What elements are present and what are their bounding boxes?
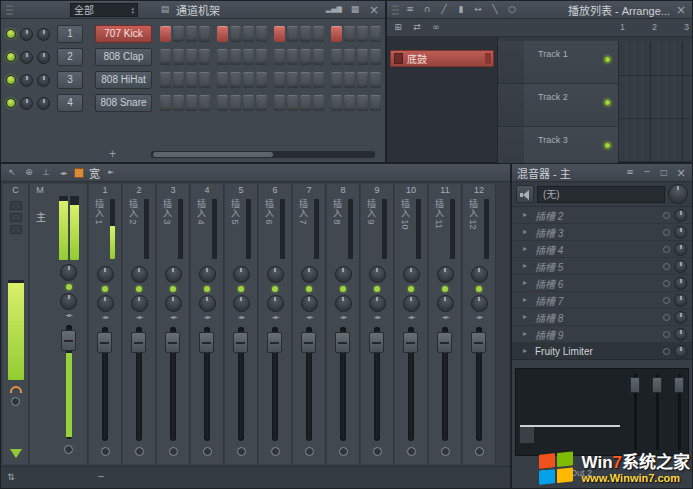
mixer-insert-strip[interactable]: 12插入 12 (463, 184, 496, 464)
step-button[interactable] (287, 26, 298, 42)
slot-mix-knob[interactable] (674, 277, 687, 290)
master-fader[interactable] (50, 323, 87, 441)
strip-pan-knob[interactable] (165, 266, 182, 283)
fx-slot-row[interactable]: 插槽 4 (512, 241, 692, 258)
step-button[interactable] (256, 72, 267, 88)
speaker-icon-button[interactable] (516, 185, 534, 203)
step-button[interactable] (313, 72, 324, 88)
fader-handle[interactable] (199, 332, 214, 353)
step-button[interactable] (344, 95, 355, 111)
slot-enable-dot[interactable] (663, 348, 670, 355)
channel-filter-select[interactable]: 全部 ▴▾ (70, 3, 138, 17)
slot-enable-dot[interactable] (663, 314, 670, 321)
strip-pan-knob[interactable] (403, 266, 420, 283)
add-channel-button[interactable]: + (109, 149, 116, 159)
slot-mix-knob[interactable] (674, 260, 687, 273)
fader-handle[interactable] (335, 332, 350, 353)
channel-name-button[interactable]: 808 HiHat (95, 71, 152, 89)
fader-handle[interactable] (674, 377, 684, 393)
fader-handle[interactable] (471, 332, 486, 353)
mixer-current-strip[interactable]: C (3, 184, 29, 464)
color-swatch[interactable] (74, 168, 84, 178)
channel-volume-knob[interactable] (37, 74, 50, 87)
step-button[interactable] (160, 49, 171, 65)
fx-slot-row[interactable]: 插槽 9 (512, 326, 692, 343)
fader-handle[interactable] (233, 332, 248, 353)
track-led[interactable] (604, 56, 611, 63)
fx-slot-row[interactable]: 插槽 2 (512, 207, 692, 224)
fader-handle[interactable] (437, 332, 452, 353)
slot-mix-knob[interactable] (674, 294, 687, 307)
step-button[interactable] (331, 95, 342, 111)
fader-handle[interactable] (267, 332, 282, 353)
swap-tool-icon[interactable] (411, 21, 423, 34)
strip-sep-knob[interactable] (97, 295, 114, 312)
strip-mute-circle[interactable] (101, 447, 110, 456)
strip-fader[interactable] (191, 325, 223, 443)
strip-mute-circle[interactable] (441, 447, 450, 456)
channel-index-button[interactable]: 2 (57, 48, 83, 66)
window-grip-icon[interactable] (6, 4, 13, 15)
step-button[interactable] (344, 72, 355, 88)
step-button[interactable] (300, 95, 311, 111)
step-button[interactable] (243, 26, 254, 42)
maximize-icon[interactable] (658, 166, 670, 179)
strip-sep-knob[interactable] (267, 295, 284, 312)
playlist-titlebar[interactable]: 播放列表 - Arrange... (387, 1, 692, 19)
slip-tool-icon[interactable] (472, 3, 484, 16)
strip-enable-led[interactable] (272, 286, 278, 292)
channel-index-button[interactable]: 1 (57, 25, 83, 43)
playlist-grid[interactable] (618, 41, 692, 162)
step-button[interactable] (274, 72, 285, 88)
mixer-toolbar[interactable]: 宽 (1, 164, 510, 182)
fx-slot-row[interactable]: 插槽 8 (512, 309, 692, 326)
fx-slot-mix-knob[interactable] (668, 184, 688, 204)
mixer-insert-strip[interactable]: 9插入 9 (361, 184, 394, 464)
strip-fader[interactable] (327, 325, 359, 443)
strip-mute-circle[interactable] (271, 447, 280, 456)
channel-index-button[interactable]: 3 (57, 71, 83, 89)
step-button[interactable] (199, 49, 210, 65)
minimize-icon[interactable] (641, 166, 653, 179)
master-enable-led[interactable] (66, 284, 72, 290)
graph-editor-icon[interactable] (326, 3, 342, 16)
step-button[interactable] (173, 26, 184, 42)
mixer-view-mode[interactable]: 宽 (89, 165, 100, 181)
channel-mute-led[interactable] (6, 75, 16, 85)
channel-mute-led[interactable] (6, 52, 16, 62)
strip-enable-led[interactable] (408, 286, 414, 292)
channel-name-button[interactable]: 808 Snare (95, 94, 152, 112)
step-button[interactable] (186, 95, 197, 111)
slot-enable-dot[interactable] (663, 212, 670, 219)
step-button[interactable] (370, 26, 381, 42)
fader-handle[interactable] (165, 332, 180, 353)
pencil-tool-icon[interactable] (438, 3, 450, 16)
channel-rack-titlebar[interactable]: 全部 ▴▾ 通道机架 (1, 1, 385, 19)
target-icon[interactable] (23, 166, 35, 179)
step-button[interactable] (217, 26, 228, 42)
close-icon[interactable] (675, 3, 687, 16)
strip-enable-led[interactable] (476, 286, 482, 292)
step-button[interactable] (186, 26, 197, 42)
step-button[interactable] (300, 72, 311, 88)
step-button[interactable] (230, 49, 241, 65)
step-button[interactable] (357, 26, 368, 42)
filter-spinner-icon[interactable]: ▴▾ (131, 6, 134, 14)
keyboard-editor-icon[interactable] (349, 3, 361, 16)
slot-mix-knob[interactable] (674, 345, 687, 358)
slot-enable-dot[interactable] (663, 331, 670, 338)
strip-mute-circle[interactable] (237, 447, 246, 456)
step-button[interactable] (344, 26, 355, 42)
strip-enable-led[interactable] (442, 286, 448, 292)
step-button[interactable] (230, 26, 241, 42)
scroll-updown-icon[interactable] (5, 471, 17, 484)
step-button[interactable] (217, 72, 228, 88)
strip-mute-circle[interactable] (305, 447, 314, 456)
link-icon[interactable] (430, 21, 442, 34)
master-pan-knob[interactable] (60, 264, 77, 281)
step-button[interactable] (313, 95, 324, 111)
limiter-fader[interactable] (672, 374, 686, 450)
slice-tool-icon[interactable] (489, 3, 501, 16)
strip-sep-knob[interactable] (131, 295, 148, 312)
strip-mute-circle[interactable] (339, 447, 348, 456)
